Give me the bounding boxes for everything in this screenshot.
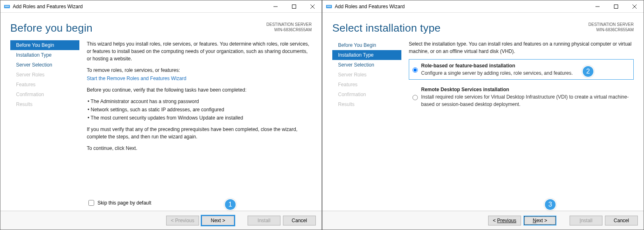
- next-button[interactable]: Next >: [524, 216, 556, 225]
- sidebar: Before You Begin Installation Type Serve…: [332, 38, 401, 211]
- sidebar-item-features: Features: [332, 80, 401, 90]
- prereq-item: The Administrator account has a strong p…: [87, 98, 312, 105]
- destination-server: DESTINATION SERVER WIN-6836CR655AM: [266, 22, 312, 32]
- header: Before you begin DESTINATION SERVER WIN-…: [0, 13, 322, 38]
- svg-rect-11: [614, 5, 618, 8]
- sidebar-item-installation-type[interactable]: Installation Type: [332, 50, 401, 60]
- close-button[interactable]: [303, 0, 322, 12]
- radio-remote-desktop[interactable]: Remote Desktop Services installation Ins…: [409, 83, 634, 111]
- svg-rect-9: [327, 7, 331, 7]
- dest-label: DESTINATION SERVER: [588, 22, 634, 27]
- callout-3: 3: [544, 198, 556, 211]
- skip-checkbox[interactable]: [88, 200, 94, 206]
- svg-rect-8: [327, 6, 331, 6]
- install-button: Install: [248, 216, 280, 225]
- previous-button: < Previous: [166, 216, 199, 225]
- server-manager-icon: [326, 3, 332, 10]
- skip-label: Skip this page by default: [97, 200, 151, 206]
- content: Select the installation type. You can in…: [401, 38, 634, 211]
- maximize-button[interactable]: [607, 0, 625, 12]
- window-title: Add Roles and Features Wizard: [13, 4, 266, 9]
- skip-checkbox-row: Skip this page by default: [88, 200, 151, 206]
- prereq-item: Network settings, such as static IP addr…: [87, 106, 312, 113]
- next-button[interactable]: Next >: [202, 216, 234, 225]
- sidebar: Before You Begin Installation Type Serve…: [10, 38, 79, 211]
- remove-label: To remove roles, role services, or featu…: [87, 67, 312, 74]
- footer: < Previous Next > Install Cancel: [0, 211, 322, 230]
- titlebar: Add Roles and Features Wizard: [0, 0, 322, 13]
- dest-value: WIN-6836CR655AM: [588, 27, 634, 32]
- radio-title: Role-based or feature-based installation: [421, 63, 515, 69]
- minimize-button[interactable]: [588, 0, 607, 12]
- radio-remote-desktop-input[interactable]: [412, 87, 418, 108]
- dest-label: DESTINATION SERVER: [266, 22, 312, 27]
- sidebar-item-server-roles: Server Roles: [332, 70, 401, 80]
- sidebar-item-server-roles: Server Roles: [10, 70, 79, 80]
- svg-rect-2: [5, 7, 9, 7]
- body: Before You Begin Installation Type Serve…: [322, 38, 644, 211]
- maximize-button[interactable]: [285, 0, 303, 12]
- sidebar-item-before-you-begin[interactable]: Before You Begin: [332, 40, 401, 50]
- sidebar-item-before-you-begin[interactable]: Before You Begin: [10, 40, 79, 50]
- previous-button[interactable]: < Previous: [488, 216, 521, 225]
- intro-text: This wizard helps you install roles, rol…: [87, 40, 312, 62]
- sidebar-item-features: Features: [10, 80, 79, 90]
- intro-text: Select the installation type. You can in…: [409, 40, 634, 55]
- verify-note: If you must verify that any of the prece…: [87, 126, 312, 140]
- radio-desc: Configure a single server by adding role…: [421, 70, 573, 76]
- callout-2: 2: [582, 65, 594, 78]
- sidebar-item-installation-type[interactable]: Installation Type: [10, 50, 79, 60]
- install-button: Install: [570, 216, 602, 225]
- verify-label: Before you continue, verify that the fol…: [87, 86, 312, 94]
- body: Before You Begin Installation Type Serve…: [0, 38, 322, 211]
- server-manager-icon: [4, 3, 10, 10]
- sidebar-item-confirmation: Confirmation: [332, 90, 401, 99]
- window-controls: [588, 0, 644, 12]
- svg-rect-1: [5, 6, 9, 6]
- content: This wizard helps you install roles, rol…: [79, 38, 312, 211]
- dest-value: WIN-6836CR655AM: [266, 27, 312, 32]
- cancel-button[interactable]: Cancel: [605, 216, 638, 225]
- sidebar-item-server-selection[interactable]: Server Selection: [332, 60, 401, 70]
- header: Select installation type DESTINATION SER…: [322, 13, 644, 38]
- minimize-button[interactable]: [266, 0, 285, 12]
- wizard-window-2: Add Roles and Features Wizard Select ins…: [322, 0, 644, 230]
- remove-wizard-link[interactable]: Start the Remove Roles and Features Wiza…: [87, 76, 186, 81]
- page-title: Select installation type: [332, 22, 441, 34]
- sidebar-item-confirmation: Confirmation: [10, 90, 79, 99]
- callout-1: 1: [224, 198, 236, 211]
- svg-rect-4: [292, 5, 296, 8]
- titlebar: Add Roles and Features Wizard: [322, 0, 644, 13]
- radio-role-based-input[interactable]: [412, 63, 418, 77]
- wizard-window-1: Add Roles and Features Wizard Before you…: [0, 0, 322, 230]
- footer: < Previous Next > Install Cancel: [322, 211, 644, 230]
- window-title: Add Roles and Features Wizard: [335, 4, 588, 9]
- window-controls: [266, 0, 322, 12]
- install-type-radio-group: Role-based or feature-based installation…: [409, 59, 634, 111]
- sidebar-item-server-selection[interactable]: Server Selection: [10, 60, 79, 70]
- prereq-list: The Administrator account has a strong p…: [87, 98, 312, 122]
- destination-server: DESTINATION SERVER WIN-6836CR655AM: [588, 22, 634, 32]
- sidebar-item-results: Results: [332, 99, 401, 109]
- page-title: Before you begin: [10, 22, 93, 34]
- radio-desc: Install required role services for Virtu…: [421, 94, 629, 107]
- continue-note: To continue, click Next.: [87, 145, 312, 152]
- radio-role-based[interactable]: Role-based or feature-based installation…: [409, 59, 634, 80]
- sidebar-item-results: Results: [10, 99, 79, 109]
- cancel-button[interactable]: Cancel: [283, 216, 316, 225]
- radio-title: Remote Desktop Services installation: [421, 87, 509, 92]
- prereq-item: The most current security updates from W…: [87, 114, 312, 122]
- close-button[interactable]: [625, 0, 644, 12]
